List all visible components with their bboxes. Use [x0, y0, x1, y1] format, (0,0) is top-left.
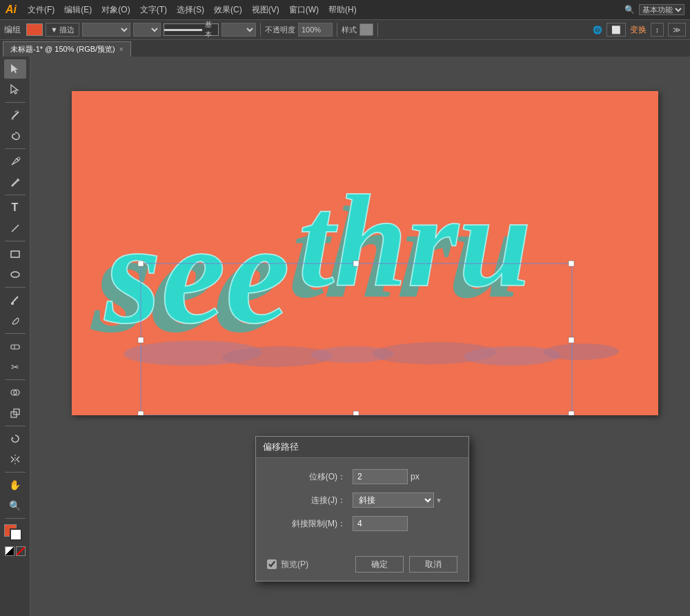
cancel-button[interactable]: 取消	[409, 556, 457, 573]
lasso-tool[interactable]	[4, 126, 26, 146]
menu-view[interactable]: 视图(V)	[248, 3, 284, 17]
tab-bar: 未标题-1* @ 150% (RGB/预览) ×	[0, 40, 690, 57]
svg-marker-1	[11, 85, 18, 94]
svg-line-7	[17, 179, 19, 181]
stroke-style-select[interactable]	[82, 23, 130, 37]
offset-path-dialog: 偏移路径 位移(O)： 2 px 连接(J)： 斜接 圆角 斜面 ▼ 斜接限制(…	[255, 436, 469, 582]
join-select-arrow: ▼	[435, 497, 442, 504]
line-tool[interactable]	[4, 219, 26, 238]
pen-tool[interactable]	[4, 152, 26, 171]
stroke-width-select[interactable]	[221, 23, 256, 37]
stroke-end-select[interactable]	[133, 23, 161, 37]
preview-label: 预览(P)	[281, 559, 308, 570]
preview-row: 预览(P)	[267, 559, 308, 570]
type-tool[interactable]: T	[4, 198, 26, 217]
envelope-btn[interactable]: ⬜	[607, 23, 626, 37]
color-swatches-area	[4, 524, 26, 544]
svg-marker-3	[11, 118, 14, 119]
join-row: 连接(J)： 斜接 圆角 斜面 ▼	[270, 493, 455, 508]
svg-rect-42	[569, 411, 574, 415]
select-tool[interactable]	[4, 59, 26, 79]
direct-select-tool[interactable]	[4, 80, 26, 99]
pathfinder-tool[interactable]	[4, 404, 26, 423]
menu-select[interactable]: 选择(S)	[172, 3, 208, 17]
stroke-swatch[interactable]	[10, 528, 22, 541]
no-fill-icon[interactable]	[16, 546, 26, 556]
desc-btn[interactable]: ▼ 描边	[46, 23, 79, 37]
svg-marker-0	[11, 64, 18, 73]
ellipse-tool[interactable]	[4, 265, 26, 284]
join-select[interactable]: 斜接 圆角 斜面	[353, 493, 434, 508]
fill-stroke-extras	[5, 546, 26, 556]
workspace-select[interactable]: 基本功能	[639, 4, 684, 15]
menu-help[interactable]: 帮助(H)	[324, 3, 361, 17]
reflect-tool[interactable]	[4, 450, 26, 469]
svg-rect-40	[138, 411, 144, 415]
svg-rect-36	[353, 261, 359, 266]
join-label: 连接(J)：	[270, 495, 353, 506]
menu-object[interactable]: 对象(O)	[97, 3, 134, 17]
menu-edit[interactable]: 编辑(E)	[60, 3, 96, 17]
pencil-tool[interactable]	[4, 172, 26, 192]
opacity-label: 不透明度	[265, 25, 295, 35]
transform-label[interactable]: 变换	[630, 24, 647, 36]
search-icon[interactable]: 🔍	[624, 5, 635, 14]
svg-rect-12	[11, 345, 19, 349]
top-menu-bar: Ai 文件(F) 编辑(E) 对象(O) 文字(T) 选择(S) 效果(C) 视…	[0, 0, 690, 19]
offset-units: px	[411, 472, 420, 481]
svg-rect-35	[138, 261, 144, 266]
opacity-input[interactable]	[298, 23, 333, 37]
stroke-preview: 基本	[164, 23, 219, 36]
magic-wand-tool[interactable]	[4, 106, 26, 125]
normal-mode-icon[interactable]	[5, 546, 14, 556]
svg-point-10	[11, 272, 19, 277]
dialog-title-bar[interactable]: 偏移路径	[256, 437, 469, 458]
ok-button[interactable]: 确定	[355, 556, 404, 573]
shape-builder-tool[interactable]	[4, 383, 26, 402]
zoom-tool[interactable]: 🔍	[4, 496, 26, 515]
miter-row: 斜接限制(M)： 4	[270, 516, 455, 531]
transform-btn[interactable]: ↕	[651, 23, 664, 37]
mode-label: 编组	[4, 24, 21, 36]
offset-input[interactable]: 2	[353, 469, 408, 484]
svg-point-11	[11, 302, 14, 305]
svg-text:thru: thru	[298, 169, 531, 314]
svg-line-2	[12, 112, 19, 118]
paintbrush-tool[interactable]	[4, 290, 26, 310]
menu-file[interactable]: 文件(F)	[23, 3, 59, 17]
svg-point-6	[17, 157, 20, 160]
blob-brush-tool[interactable]	[4, 311, 26, 330]
stroke-basic-label: 基本	[205, 20, 218, 39]
rect-tool[interactable]	[4, 244, 26, 264]
miter-input[interactable]: 4	[353, 516, 408, 531]
svg-line-8	[12, 225, 19, 232]
miter-label: 斜接限制(M)：	[270, 518, 353, 530]
desc-icon: ▼	[50, 26, 58, 34]
svg-marker-18	[12, 437, 14, 439]
offset-label: 位移(O)：	[270, 471, 353, 483]
artwork-svg: see thru see see see thru thru thru	[72, 91, 658, 415]
globe-icon[interactable]: 🌐	[593, 26, 602, 34]
eraser-tool[interactable]	[4, 337, 26, 356]
tab-title: 未标题-1* @ 150% (RGB/预览)	[10, 44, 115, 54]
menu-window[interactable]: 窗口(W)	[285, 3, 323, 17]
join-select-wrapper: 斜接 圆角 斜面 ▼	[353, 493, 442, 508]
active-tab[interactable]: 未标题-1* @ 150% (RGB/预览) ×	[3, 41, 131, 57]
artboard: see thru see see see thru thru thru	[72, 91, 658, 415]
more-btn[interactable]: ≫	[668, 23, 686, 37]
rotate-tool[interactable]	[4, 429, 26, 448]
fill-color-swatch[interactable]	[26, 23, 43, 36]
hand-tool[interactable]: ✋	[4, 475, 26, 495]
tab-close-btn[interactable]: ×	[119, 46, 124, 53]
preview-checkbox[interactable]	[267, 559, 277, 569]
style-swatch[interactable]	[359, 23, 373, 36]
svg-point-25	[540, 344, 622, 360]
dialog-footer: 预览(P) 确定 取消	[256, 550, 469, 581]
svg-rect-37	[569, 261, 574, 266]
app-logo: Ai	[6, 3, 17, 16]
menu-effect[interactable]: 效果(C)	[210, 3, 246, 17]
menu-text[interactable]: 文字(T)	[136, 3, 171, 17]
offset-row: 位移(O)： 2 px	[270, 469, 455, 484]
svg-line-5	[17, 110, 17, 112]
scissors-tool[interactable]: ✂	[4, 357, 26, 377]
